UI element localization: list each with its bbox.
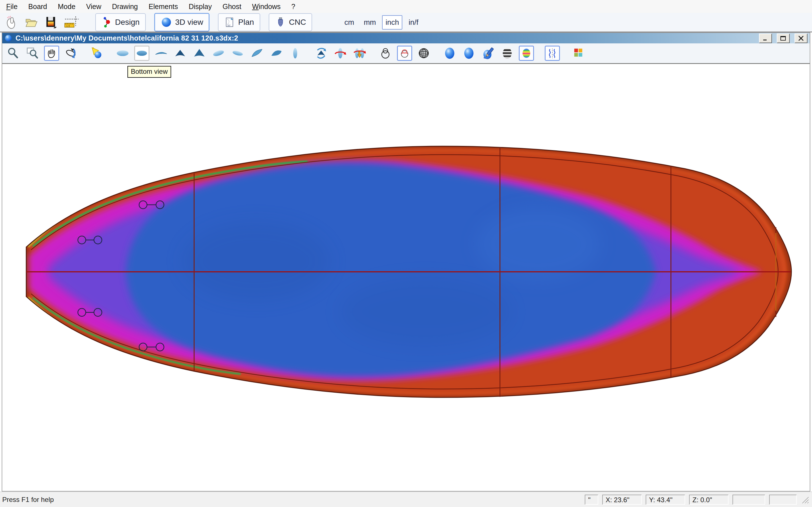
cnc-button[interactable]: CNC [269,13,312,31]
status-z: Z: 0.0" [689,495,728,505]
plan-button[interactable]: Plan [218,13,260,31]
spin-horizontal-icon[interactable] [333,46,348,61]
unit-inf[interactable]: in/f [405,15,422,30]
light-icon[interactable] [89,46,104,61]
pointer-hand-icon[interactable] [4,15,18,30]
perspective-view-1-icon[interactable] [249,46,264,61]
tilted-view-left-icon[interactable] [211,46,226,61]
zoom-window-icon[interactable] [25,46,40,61]
status-y: Y: 43.4" [646,495,685,505]
svg-text:1 0: 1 0 [66,24,70,27]
plan-button-label: Plan [238,18,254,27]
back-view-icon[interactable] [192,46,207,61]
plan-icon [224,16,236,29]
tilted-view-right-icon[interactable] [230,46,245,61]
pan-icon[interactable] [44,46,59,61]
shaded-sphere-icon[interactable] [442,46,457,61]
open-folder-icon[interactable] [24,15,38,30]
unit-inch[interactable]: inch [382,15,402,30]
menu-view[interactable]: View [85,2,103,11]
cnc-icon [275,16,286,29]
menu-elements[interactable]: Elements [147,2,180,11]
colormap-sphere-icon[interactable] [519,46,534,61]
board-viewport[interactable] [2,64,810,491]
status-unit: " [585,495,598,505]
rotate-view-icon[interactable] [313,46,329,61]
stripes-map-icon[interactable] [500,46,515,61]
menu-ghost[interactable]: Ghost [221,2,243,11]
document-titlebar[interactable]: C:\users\dennery\My Documents\hotelcalif… [2,33,810,43]
tooltip: Bottom view [128,66,171,78]
menu-mode[interactable]: Mode [56,2,77,11]
status-empty-2 [769,495,797,505]
spin-vertical-icon[interactable] [352,46,367,61]
document-title: C:\users\dennery\My Documents\hotelcalif… [15,34,754,42]
wireframe-sections-icon[interactable] [397,46,412,61]
rotate-3d-icon[interactable] [63,46,79,61]
design-colors-icon[interactable] [571,46,586,61]
side-view-icon[interactable] [153,46,168,61]
menu-file[interactable]: File [4,2,19,11]
document-window: C:\users\dennery\My Documents\hotelcalif… [2,33,810,492]
status-bar: Press F1 for help " X: 23.6" Y: 43.4" Z:… [0,492,812,507]
save-icon[interactable] [43,15,58,30]
3d-view-button-label: 3D view [175,18,203,27]
front-view-icon[interactable] [172,46,188,61]
outline-view-icon[interactable] [288,46,303,61]
menu-display[interactable]: Display [187,2,213,11]
design-button[interactable]: Design [95,13,146,31]
resize-grip-icon[interactable] [800,495,810,504]
main-toolbar: 1 0 Design 3D view Plan [0,13,812,33]
top-view-icon[interactable] [115,46,130,61]
zoom-icon[interactable] [6,46,21,61]
bottom-view-icon[interactable] [134,46,149,61]
unit-cm[interactable]: cm [341,15,357,30]
mesh-icon[interactable] [416,46,432,61]
menu-windows[interactable]: Windows [250,2,282,11]
status-x: X: 23.6" [602,495,642,505]
unit-selector: cm mm inch in/f [341,15,424,30]
unit-mm[interactable]: mm [360,15,379,30]
curvature-icon[interactable] [545,46,560,61]
menu-bar: File Board Mode View Drawing Elements Di… [0,0,812,13]
view-toolbar [2,43,810,64]
minimize-button[interactable] [759,34,772,43]
3d-view-button[interactable]: 3D view [154,13,209,32]
measure-icon[interactable]: 1 0 [63,15,81,30]
paint-icon[interactable] [480,46,496,61]
status-empty-1 [732,495,765,505]
design-button-label: Design [115,18,140,27]
maximize-button[interactable] [777,34,790,43]
menu-board[interactable]: Board [27,2,49,11]
status-help-text: Press F1 for help [2,496,581,504]
close-button[interactable] [795,34,808,43]
board-canvas[interactable] [2,64,810,491]
wireframe-icon[interactable] [378,46,393,61]
cnc-button-label: CNC [289,18,306,27]
sphere-3d-icon [160,16,172,28]
shaded-sphere-2-icon[interactable] [461,46,476,61]
design-icon [101,16,112,29]
app-sphere-icon [4,34,12,42]
menu-help[interactable]: ? [290,2,297,11]
perspective-view-2-icon[interactable] [268,46,284,61]
menu-drawing[interactable]: Drawing [110,2,140,11]
